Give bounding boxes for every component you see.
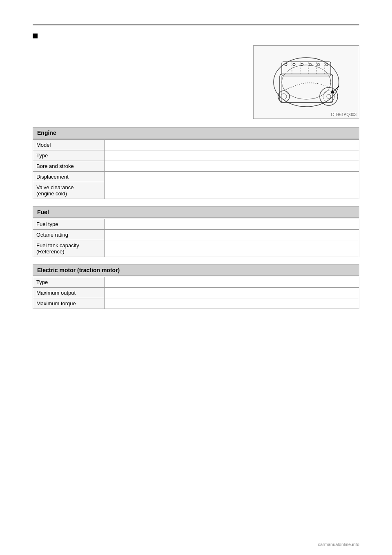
- table-row: Fuel tank capacity(Reference): [33, 240, 359, 257]
- table-row: Displacement: [33, 172, 359, 182]
- engine-section: Engine Model Type Bore and stroke Displa…: [33, 127, 359, 199]
- fuel-octane-rating-label: Octane rating: [33, 230, 105, 240]
- table-row: Bore and stroke: [33, 161, 359, 172]
- intro-section: CTH61AQ003: [33, 45, 359, 119]
- engine-bore-stroke-value: [105, 161, 359, 172]
- engine-displacement-value: [105, 172, 359, 182]
- electric-motor-section: Electric motor (traction motor) Type Max…: [33, 264, 359, 309]
- table-row: Fuel type: [33, 219, 359, 230]
- table-row: Model: [33, 140, 359, 150]
- engine-bore-stroke-label: Bore and stroke: [33, 161, 105, 172]
- image-caption: CTH61AQ003: [331, 112, 356, 117]
- fuel-tank-capacity-value: [105, 240, 359, 257]
- engine-type-label: Type: [33, 150, 105, 161]
- watermark: carmanualonline.info: [318, 542, 359, 547]
- motor-type-label: Type: [33, 277, 105, 288]
- engine-model-label: Model: [33, 140, 105, 150]
- table-row: Maximum output: [33, 288, 359, 298]
- black-square-icon: [33, 34, 38, 38]
- fuel-octane-rating-value: [105, 230, 359, 240]
- top-rule: [33, 25, 359, 25]
- intro-text: [33, 45, 245, 119]
- table-row: Type: [33, 150, 359, 161]
- table-row: Maximum torque: [33, 298, 359, 309]
- table-row: Valve clearance(engine cold): [33, 182, 359, 199]
- fuel-section: Fuel Fuel type Octane rating Fuel tank c…: [33, 206, 359, 257]
- fuel-table: Fuel type Octane rating Fuel tank capaci…: [33, 219, 359, 257]
- engine-valve-clearance-label: Valve clearance(engine cold): [33, 182, 105, 199]
- engine-table: Model Type Bore and stroke Displacement …: [33, 139, 359, 199]
- engine-valve-clearance-value: [105, 182, 359, 199]
- motor-max-torque-label: Maximum torque: [33, 298, 105, 309]
- engine-type-value: [105, 150, 359, 161]
- page-container: CTH61AQ003 Engine Model Type Bore and st…: [0, 0, 392, 555]
- motor-max-output-label: Maximum output: [33, 288, 105, 298]
- electric-motor-section-header: Electric motor (traction motor): [33, 264, 359, 276]
- engine-displacement-label: Displacement: [33, 172, 105, 182]
- fuel-type-value: [105, 219, 359, 230]
- engine-model-value: [105, 140, 359, 150]
- fuel-type-label: Fuel type: [33, 219, 105, 230]
- table-row: Type: [33, 277, 359, 288]
- engine-illustration: [259, 49, 353, 115]
- motor-max-torque-value: [105, 298, 359, 309]
- fuel-section-header: Fuel: [33, 206, 359, 218]
- engine-image-box: CTH61AQ003: [253, 45, 359, 119]
- fuel-tank-capacity-label: Fuel tank capacity(Reference): [33, 240, 105, 257]
- motor-type-value: [105, 277, 359, 288]
- table-row: Octane rating: [33, 230, 359, 240]
- electric-motor-table: Type Maximum output Maximum torque: [33, 277, 359, 309]
- motor-max-output-value: [105, 288, 359, 298]
- engine-section-header: Engine: [33, 127, 359, 139]
